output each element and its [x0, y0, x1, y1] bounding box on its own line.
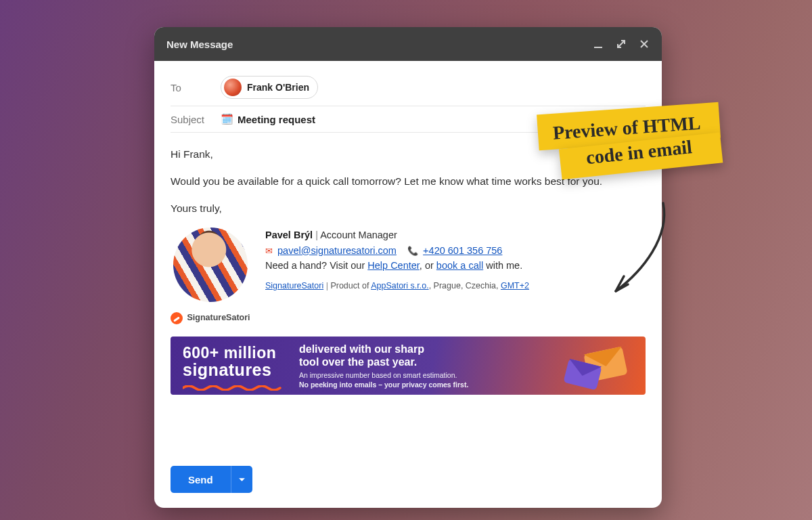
signature-email[interactable]: pavel@signaturesatori.com: [277, 245, 397, 256]
banner-small-2: No peeking into emails – your privacy co…: [299, 381, 468, 389]
mail-icon: ✉: [265, 246, 273, 256]
promo-banner[interactable]: 600+ million signatures delivered with o…: [171, 337, 646, 395]
wave-decoration: [183, 382, 284, 387]
send-label: Send: [171, 474, 231, 485]
email-signature: SignatureSatori Pavel Brýl | Account Man…: [171, 228, 646, 324]
help-post: with me.: [483, 260, 522, 271]
annotation-arrow: [609, 196, 690, 305]
close-icon[interactable]: [639, 39, 650, 49]
annotation-note: Preview of HTML code in email: [537, 102, 723, 178]
footer-company-link[interactable]: AppSatori s.r.o.: [371, 281, 428, 290]
banner-sub-2: tool over the past year.: [299, 355, 468, 368]
calendar-icon: 🗓️: [221, 113, 233, 125]
to-field[interactable]: To Frank O'Brien: [171, 69, 646, 106]
book-call-link[interactable]: book a call: [436, 260, 483, 271]
banner-headline-2: signatures: [183, 361, 284, 378]
banner-sub-1: delivered with our sharp: [299, 343, 468, 355]
signature-name: Pavel Brýl: [265, 230, 313, 240]
recipient-name: Frank O'Brien: [247, 82, 309, 93]
help-mid: , or: [420, 260, 436, 271]
footer-loc: , Prague, Czechia,: [429, 281, 501, 290]
signature-phone[interactable]: +420 601 356 756: [423, 245, 502, 256]
compose-footer: Send: [154, 455, 662, 508]
message-body[interactable]: Hi Frank, Would you be available for a q…: [154, 133, 662, 455]
banner-art: [558, 341, 639, 391]
signature-brand[interactable]: SignatureSatori: [171, 311, 250, 324]
send-button[interactable]: Send: [171, 466, 252, 493]
minimize-icon[interactable]: [593, 39, 604, 49]
footer-tz-link[interactable]: GMT+2: [501, 281, 529, 290]
svg-rect-0: [594, 47, 602, 48]
titlebar: New Message: [154, 27, 662, 61]
window-title: New Message: [166, 39, 233, 50]
signature-title: Account Manager: [320, 230, 397, 240]
footer-brand-link[interactable]: SignatureSatori: [265, 281, 323, 290]
signoff: Yours truly,: [171, 200, 646, 217]
to-label: To: [171, 82, 208, 93]
recipient-chip[interactable]: Frank O'Brien: [221, 76, 318, 99]
avatar: [224, 79, 242, 96]
compose-window: New Message To Frank O'Brien Subject 🗓️ …: [154, 27, 662, 508]
phone-icon: 📞: [407, 246, 418, 256]
window-controls: [593, 39, 650, 49]
subject-text: Meeting request: [238, 114, 315, 125]
brand-label: SignatureSatori: [187, 311, 250, 324]
signature-photo: [173, 228, 248, 302]
send-dropdown-icon[interactable]: [231, 466, 252, 493]
banner-small-1: An impressive number based on smart esti…: [299, 371, 468, 380]
footer-prod: Product of: [330, 281, 371, 290]
expand-icon[interactable]: [616, 39, 627, 49]
help-center-link[interactable]: Help Center: [367, 260, 420, 271]
help-pre: Need a hand? Visit our: [265, 260, 367, 271]
subject-label: Subject: [171, 114, 208, 125]
banner-headline-1: 600+ million: [183, 345, 284, 361]
brand-icon: [171, 312, 183, 324]
